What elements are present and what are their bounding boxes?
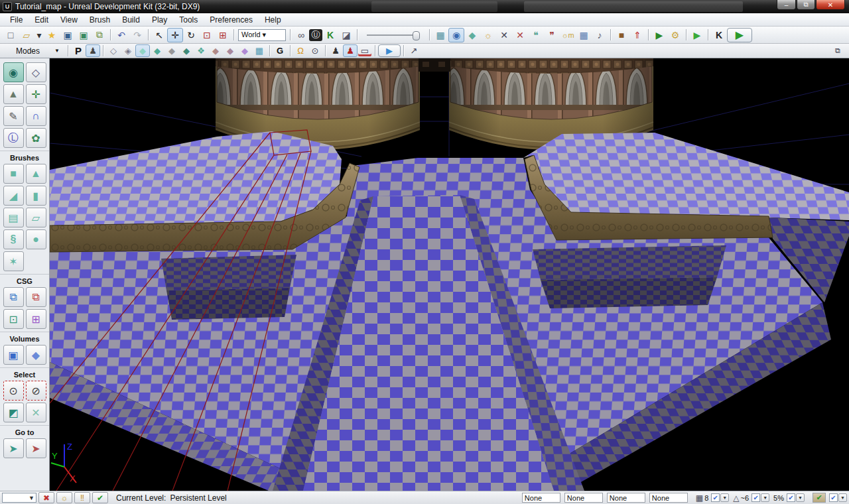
- menu-item[interactable]: Preferences: [204, 15, 259, 25]
- volumetric-brush-icon[interactable]: ✶: [3, 251, 24, 271]
- volume-cube-icon[interactable]: ◆: [26, 345, 46, 365]
- angle-snap-dropdown[interactable]: ▼: [761, 493, 769, 502]
- publish-p-icon[interactable]: P: [71, 44, 86, 57]
- menu-item[interactable]: Tools: [173, 15, 204, 25]
- csg-subtract-icon[interactable]: ⧉: [26, 287, 46, 307]
- undo-icon[interactable]: ↶: [113, 28, 129, 42]
- restore-button[interactable]: ⧉: [797, 0, 815, 10]
- menu-item[interactable]: Edit: [29, 15, 54, 25]
- menu-item[interactable]: View: [54, 15, 84, 25]
- translate-tool-icon[interactable]: ✛: [167, 28, 183, 42]
- minimize-button[interactable]: –: [777, 0, 796, 10]
- scale-nonuniform-tool-icon[interactable]: ⊞: [215, 28, 231, 42]
- streaming-mode-icon[interactable]: ▦: [252, 44, 267, 57]
- left-pit[interactable]: [161, 255, 296, 320]
- content-browser-icon[interactable]: ▦: [432, 28, 448, 42]
- kismet-icon[interactable]: K: [322, 28, 338, 42]
- status-paths-warning-icon[interactable]: ‼: [74, 492, 90, 503]
- detail-lighting-mode-icon[interactable]: ◆: [164, 44, 179, 57]
- add-light-icon[interactable]: ☼: [480, 28, 496, 42]
- open-file-icon[interactable]: ▱: [19, 28, 34, 42]
- cube-brush-icon[interactable]: ■: [3, 164, 24, 184]
- menu-item[interactable]: Play: [146, 15, 173, 25]
- grid-snap-dropdown[interactable]: ▼: [720, 493, 729, 502]
- favorites-star-icon[interactable]: ★: [44, 28, 60, 42]
- right-pit[interactable]: [533, 245, 726, 308]
- grid-snap-checkbox[interactable]: ✔: [711, 493, 720, 502]
- lit-mode-icon[interactable]: ◆: [150, 44, 164, 57]
- matinee-icon[interactable]: ◪: [338, 28, 354, 42]
- csg-deintersect-icon[interactable]: ⊞: [26, 309, 46, 329]
- select-tool-icon[interactable]: ↖: [151, 28, 167, 42]
- viewport-3d-scene[interactable]: Z Y X: [50, 58, 849, 491]
- sphere-brush-icon[interactable]: ●: [26, 229, 46, 249]
- scale-snap-checkbox[interactable]: ✔: [787, 493, 795, 502]
- game-view-icon[interactable]: G: [273, 44, 287, 57]
- texture-align-mode-icon[interactable]: ✛: [26, 84, 46, 104]
- find-actors-icon[interactable]: ∞: [293, 28, 309, 42]
- angle-snap-checkbox[interactable]: ✔: [751, 493, 760, 502]
- kismet-debug-icon[interactable]: K: [711, 28, 727, 42]
- open-recent-dropdown-icon[interactable]: ▾: [34, 28, 44, 42]
- camera-mode-icon[interactable]: ◉: [3, 62, 24, 82]
- dock-grip-icon[interactable]: ⧉: [830, 44, 845, 57]
- menu-item[interactable]: Brush: [84, 15, 116, 25]
- terrain-mode-icon[interactable]: ▲: [3, 84, 24, 104]
- csg-add-icon[interactable]: ⧉: [3, 287, 24, 307]
- menu-item[interactable]: Build: [116, 15, 146, 25]
- play-on-device-icon[interactable]: ▶: [651, 28, 667, 42]
- geometry-mode-icon[interactable]: ◇: [26, 62, 46, 82]
- spiral-stairs-brush-icon[interactable]: §: [3, 229, 24, 249]
- joystick-lock-icon[interactable]: ♟: [86, 44, 100, 57]
- build-geometry-icon[interactable]: ■: [614, 28, 629, 42]
- close-button[interactable]: ✕: [816, 0, 845, 10]
- deselect-all-icon[interactable]: ✕: [26, 403, 46, 422]
- invert-selection-icon[interactable]: ◩: [3, 403, 24, 422]
- device-manager-icon[interactable]: ⚙: [667, 28, 683, 42]
- autosave-checkbox[interactable]: ✔: [829, 493, 838, 502]
- possess-joystick-icon[interactable]: ♟: [328, 44, 343, 57]
- autosave-icon[interactable]: ✔: [813, 493, 826, 503]
- stream-field-1[interactable]: None: [522, 493, 560, 503]
- lightmap-density-mode-icon[interactable]: ❖: [194, 44, 208, 57]
- actor-classes-icon[interactable]: ◉: [448, 28, 464, 42]
- rotate-tool-icon[interactable]: ↻: [183, 28, 199, 42]
- menu-item[interactable]: Help: [259, 15, 287, 25]
- path-node-icon[interactable]: ✕: [496, 28, 512, 42]
- speech-bubble-icon[interactable]: ❝: [528, 28, 544, 42]
- build-all-icon[interactable]: ⇑: [629, 28, 645, 42]
- linear-stairs-brush-icon[interactable]: ▤: [3, 208, 24, 227]
- foliage-mode-icon[interactable]: ✿: [26, 128, 46, 148]
- select-hidden-icon[interactable]: ⊘: [26, 381, 46, 401]
- coordinate-system-combo[interactable]: World ▾: [238, 29, 286, 41]
- cylinder-brush-icon[interactable]: ▮: [26, 186, 46, 206]
- udk-logo-icon[interactable]: Ⓤ: [309, 29, 322, 41]
- stream-field-2[interactable]: None: [564, 493, 603, 503]
- stream-field-3[interactable]: None: [607, 493, 645, 503]
- goto-builder-brush-icon[interactable]: ➤: [26, 438, 46, 458]
- static-mesh-mode-icon[interactable]: ∩: [26, 106, 46, 126]
- lighting-only-mode-icon[interactable]: ◆: [179, 44, 194, 57]
- wireframe-mode-icon[interactable]: ◇: [106, 44, 121, 57]
- landscape-mode-icon[interactable]: Ⓛ: [3, 128, 24, 148]
- stream-field-4[interactable]: None: [649, 493, 688, 503]
- autosave-dropdown[interactable]: ▼: [838, 493, 847, 502]
- sheet-brush-icon[interactable]: ▱: [26, 208, 46, 227]
- perspective-viewport[interactable]: Z Y X: [50, 58, 849, 491]
- texture-density-mode-icon[interactable]: ◆: [237, 44, 252, 57]
- light-complexity-mode-icon[interactable]: ◆: [208, 44, 223, 57]
- path-break-icon[interactable]: ✕: [512, 28, 528, 42]
- cone-brush-icon[interactable]: ▲: [26, 164, 46, 184]
- new-file-icon[interactable]: □: [3, 28, 19, 42]
- play-level-button[interactable]: ▶: [727, 28, 752, 42]
- eject-joystick-icon[interactable]: ♟: [343, 44, 358, 57]
- scale-snap-dropdown[interactable]: ▼: [796, 493, 805, 502]
- geometry-edit-mode-icon[interactable]: ✎: [3, 106, 24, 126]
- shader-complexity-mode-icon[interactable]: ◆: [223, 44, 237, 57]
- play-in-editor-icon[interactable]: ▶: [689, 28, 705, 42]
- brush-wireframe-mode-icon[interactable]: ◈: [121, 44, 135, 57]
- realtime-play-icon[interactable]: ▶: [378, 44, 401, 57]
- status-red-cross-icon[interactable]: ✖: [38, 492, 54, 503]
- status-camera-check-icon[interactable]: ✔: [92, 492, 108, 503]
- modes-dropdown[interactable]: Modes ▼: [1, 44, 65, 57]
